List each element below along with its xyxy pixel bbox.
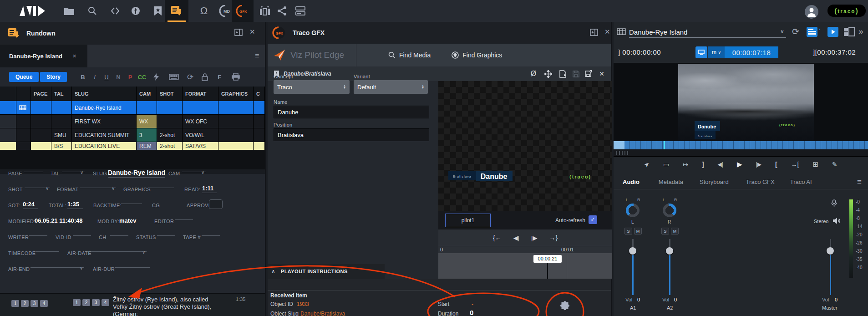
go-to-in-icon[interactable]: ↦	[683, 161, 688, 168]
tab-storyboard[interactable]: Storyboard	[700, 178, 729, 185]
tab-menu-icon[interactable]: ≡	[857, 178, 862, 187]
save-as-icon[interactable]	[585, 70, 593, 77]
more-panels-icon[interactable]: »	[858, 26, 863, 36]
tab-audio[interactable]: Audio	[623, 178, 640, 185]
col-graphics[interactable]: GRAPHICS	[218, 87, 254, 101]
presenter-style-button[interactable]: P	[124, 74, 136, 81]
jump-to-end-button[interactable]: →}	[549, 234, 558, 241]
camera-chip[interactable]: 2	[21, 300, 29, 307]
panel-popout-icon[interactable]	[234, 29, 243, 36]
font-button[interactable]: F	[213, 74, 225, 81]
camera-chip[interactable]: 4	[40, 300, 48, 307]
concept-select[interactable]: Traco▲▼	[274, 80, 350, 94]
camera-chip[interactable]: 2	[82, 299, 90, 306]
mark-out-icon[interactable]: ]	[702, 161, 704, 168]
vidid-field[interactable]	[73, 229, 91, 236]
rundown-row[interactable]: SMU EDUCATION SUMMIT 3 2-shot VO/W/L	[0, 128, 265, 142]
position-scrubber[interactable]	[614, 141, 868, 149]
clip-selector-chevron-icon[interactable]: ∨	[780, 28, 784, 35]
poster-frame-icon[interactable]: ⊞	[812, 160, 818, 168]
asset-view-blue-icon[interactable]	[807, 27, 820, 37]
timecode-mode-select[interactable]: m ∨	[708, 46, 725, 58]
save-icon[interactable]	[573, 71, 579, 77]
story-button[interactable]: Story	[40, 72, 67, 82]
col-tal[interactable]: TAL	[51, 87, 72, 101]
timeline-marker-chip[interactable]: 00:00:21	[533, 255, 562, 263]
col-slug[interactable]: SLUG	[72, 87, 137, 101]
tab-traco-gfx[interactable]: Traco GFX	[746, 178, 775, 185]
send-to-playback-icon[interactable]: ➤	[642, 160, 651, 169]
col-page[interactable]: PAGE	[31, 87, 51, 101]
play-icon[interactable]: ▶	[737, 160, 742, 168]
panel-close-icon[interactable]: ✕	[249, 28, 255, 36]
lock-icon[interactable]	[202, 73, 208, 81]
tab-close-icon[interactable]: ✕	[72, 53, 76, 59]
volume-knob-master[interactable]	[827, 247, 834, 255]
airdur-field[interactable]	[115, 261, 150, 268]
gfx-close-icon[interactable]: ✕	[604, 28, 610, 36]
volume-knob-a1[interactable]	[629, 247, 636, 255]
status-field[interactable]	[157, 229, 175, 236]
camera-chip[interactable]: 4	[102, 299, 109, 306]
pan-dial-a1[interactable]	[626, 204, 640, 217]
italic-button[interactable]: I	[89, 74, 101, 81]
loaded-clip-name[interactable]: Danube-Rye Island	[629, 28, 687, 36]
editor-field[interactable]	[175, 213, 193, 220]
camera-chip[interactable]: 3	[92, 299, 100, 306]
col-cam[interactable]: CAM	[137, 87, 157, 101]
scrubber-playhead[interactable]	[664, 141, 665, 149]
player-mode-blue-icon[interactable]	[827, 27, 838, 37]
approve-checkbox[interactable]	[209, 199, 223, 209]
browse-icon[interactable]	[58, 0, 80, 22]
script-editor[interactable]: 1234 1234 Žitný ostrov (Rye Island), als…	[0, 293, 265, 316]
writer-field[interactable]	[29, 229, 47, 236]
camera-chip[interactable]: 1	[11, 300, 19, 307]
tab-danube-rye-island[interactable]: Danube-Rye Island ✕	[0, 45, 87, 67]
step-back-button[interactable]: ◀|	[513, 234, 519, 241]
current-timecode[interactable]: 00:00:07:18	[725, 46, 778, 58]
col-shot[interactable]: SHOT	[157, 87, 183, 101]
user-avatar[interactable]	[805, 5, 818, 19]
page-field[interactable]	[24, 165, 43, 172]
split-layout-icon[interactable]	[844, 27, 855, 37]
airdate-select[interactable]	[91, 245, 147, 252]
gfx-popout-icon[interactable]	[590, 29, 598, 36]
col-c[interactable]: C	[254, 87, 265, 101]
gfx-timeline[interactable]: 00:00:21	[438, 253, 612, 279]
solo-button-a1[interactable]: S	[624, 228, 632, 234]
queue-button[interactable]: Queue	[9, 72, 39, 82]
ch-field[interactable]	[110, 229, 128, 236]
name-input[interactable]: Danube	[274, 106, 429, 118]
normal-style-button[interactable]: N	[112, 74, 124, 81]
audio-input-icon[interactable]	[831, 199, 837, 207]
underline-button[interactable]: U	[101, 74, 112, 81]
associations-icon[interactable]	[104, 0, 126, 22]
timecode-field[interactable]	[36, 245, 59, 252]
airend-select[interactable]	[30, 261, 84, 268]
col-format[interactable]: FORMAT	[183, 87, 218, 101]
timeline-playhead[interactable]	[547, 263, 548, 279]
rundown-row-approved[interactable]: B/S EDUCATION LIVE REM 2-shot SAT/V/S	[0, 142, 265, 150]
jump-to-start-button[interactable]: {←	[493, 234, 502, 241]
autorefresh-checkbox[interactable]: ✓	[589, 215, 597, 224]
video-frame[interactable]: Danube Bratislava (traco)	[678, 64, 814, 140]
mute-button-a2[interactable]: M	[671, 228, 679, 234]
camera-chip[interactable]: 3	[30, 300, 38, 307]
move-icon[interactable]	[544, 70, 552, 78]
step-back-icon[interactable]: ◀|	[718, 161, 723, 168]
solo-button-a2[interactable]: S	[661, 228, 669, 234]
preview-toggle-icon[interactable]: Ø	[531, 70, 536, 78]
speaker-icon[interactable]	[833, 218, 840, 224]
queue-manager-icon[interactable]	[289, 0, 311, 22]
tab-metadata[interactable]: Metadata	[659, 178, 683, 185]
step-forward-button[interactable]: |▶	[531, 234, 537, 241]
plugin-puzzle-icon[interactable]	[558, 301, 572, 314]
bold-button[interactable]: B	[77, 74, 89, 81]
playout-instructions-bar[interactable]: ∧ PLAYOUT INSTRUCTIONS	[268, 264, 385, 279]
find-graphics-tab[interactable]: Find Graphics	[452, 51, 502, 59]
tab-traco-ai[interactable]: Traco AI	[790, 178, 812, 185]
go-to-out-icon[interactable]: →[	[791, 161, 799, 168]
rundown-row[interactable]: FIRST WX WX WX OFC	[0, 115, 265, 128]
volume-knob-a2[interactable]	[666, 247, 673, 255]
closed-caption-style-button[interactable]: CC	[136, 74, 148, 81]
